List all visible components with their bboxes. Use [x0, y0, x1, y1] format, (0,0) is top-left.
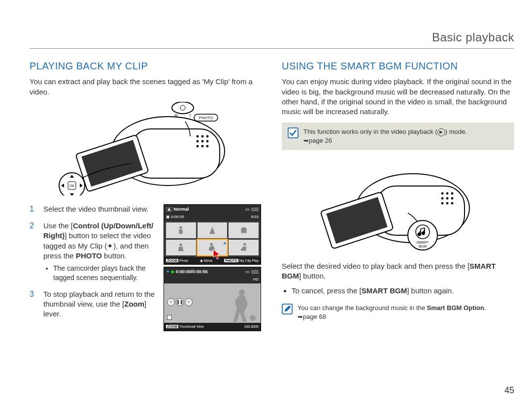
thumb-2 [198, 222, 228, 238]
section-heading-right: USING THE SMART BGM FUNCTION [282, 60, 514, 73]
photo-tag: PHOTO [224, 259, 238, 262]
cursor-pointer-icon [212, 250, 223, 260]
svg-point-7 [206, 140, 208, 142]
step-text: Select the video thumbnail view. [43, 204, 159, 214]
svg-point-46 [451, 202, 453, 204]
svg-point-2 [197, 135, 199, 137]
intro-right: You can enjoy music during video playbac… [282, 77, 514, 117]
zoom-tag: ZOOM [166, 259, 178, 262]
thumb-1 [166, 222, 196, 238]
play-time: 0:00:00/0:00:55 [176, 269, 208, 274]
note-bgm-option: You can change the background music in t… [282, 302, 514, 323]
svg-rect-35 [288, 128, 298, 138]
screenshot-playback: ✦ ▶ 0:00:00/0:00:55 ▭ ▯▯▯ HD « ❚❚ » [164, 267, 261, 331]
svg-point-33 [239, 289, 245, 295]
svg-marker-28 [209, 226, 215, 234]
pencil-note-icon [282, 304, 293, 314]
svg-point-6 [201, 140, 203, 142]
svg-point-40 [451, 192, 453, 194]
right-column: USING THE SMART BGM FUNCTION You can enj… [282, 60, 514, 333]
intro-left: You can extract and play back the scenes… [30, 77, 262, 97]
thumb-6 [229, 240, 259, 255]
my-clip-play-icon: ✦ [166, 269, 170, 274]
thumb-4 [166, 240, 196, 255]
sub-cancel: To cancel, press the [SMART BGM] button … [292, 286, 514, 296]
step-1: 1 Select the video thumbnail view. [30, 204, 159, 214]
svg-point-34 [250, 315, 256, 321]
thumb-5-selected: ✦ [198, 240, 228, 255]
svg-point-30 [210, 243, 213, 246]
svg-point-26 [180, 226, 183, 229]
svg-point-45 [446, 202, 448, 204]
svg-text:OK: OK [69, 184, 74, 187]
bar-myclip: My Clip Play [239, 259, 259, 262]
left-column: PLAYING BACK MY CLIP You can extract and… [30, 60, 262, 333]
svg-point-3 [201, 135, 203, 137]
elapsed-time: 0:00:55 [171, 215, 184, 219]
check-note-icon [288, 127, 299, 138]
clip-counter: 5/10 [251, 215, 259, 220]
svg-rect-48 [326, 197, 387, 244]
zoom-tag-2: ZOOM [166, 325, 178, 328]
svg-point-38 [441, 192, 443, 194]
step-text: Use the [Control (Up/Down/Left/ Right)] … [43, 221, 159, 282]
svg-point-10 [206, 145, 208, 147]
svg-point-14 [180, 105, 185, 110]
play-icon: ▶ [171, 269, 175, 274]
svg-text:W: W [174, 114, 178, 117]
forward-icon: » [185, 298, 193, 306]
file-number: 100-0005 [244, 324, 259, 329]
svg-rect-27 [179, 229, 183, 234]
battery-icon: ▭ ▯▯▯ [245, 206, 259, 212]
svg-point-5 [197, 140, 199, 142]
video-playback-mode-icon: ▶ [437, 128, 445, 136]
bar-move: Move [204, 259, 212, 262]
svg-point-32 [243, 243, 246, 246]
svg-point-8 [197, 145, 199, 147]
page-number: 45 [504, 384, 514, 396]
page-ref: ➥page 68 [298, 313, 326, 320]
section-heading-left: PLAYING BACK MY CLIP [30, 60, 262, 73]
svg-point-9 [201, 145, 203, 147]
note-text: You can change the background music in t… [298, 304, 486, 321]
step-num: 3 [30, 289, 36, 319]
screenshot-thumbnail-view: ▣ Normal ▭ ▯▯▯ ▣ 0:00:55 5/10 [164, 204, 261, 265]
soccer-player-icon [228, 288, 258, 323]
note-text: This function works only in the video pl… [303, 127, 467, 145]
video-mode-icon: ▣ [166, 207, 172, 212]
screenshot-stack: ▣ Normal ▭ ▯▯▯ ▣ 0:00:55 5/10 [164, 204, 262, 333]
svg-marker-31 [213, 250, 220, 259]
thumb-3 [229, 222, 259, 238]
pause-icon: ❚❚ [176, 298, 184, 306]
battery-icon-2: ▭ ▯▯▯ [245, 269, 259, 275]
svg-text:T: T [189, 114, 192, 117]
svg-point-4 [206, 135, 208, 137]
step-sub: The camcorder plays back the tagged scen… [53, 264, 159, 282]
svg-text:SMART: SMART [417, 241, 429, 244]
bar-thumbnail: Thumbnail View [179, 325, 204, 328]
step-num: 1 [30, 204, 36, 214]
svg-point-42 [446, 197, 448, 199]
mode-label: Normal [174, 207, 189, 212]
note-mode-restriction: This function works only in the video pl… [282, 123, 514, 150]
svg-text:PHOTO: PHOTO [199, 116, 213, 120]
svg-point-44 [441, 202, 443, 204]
step-text: To stop playback and return to the thumb… [43, 289, 159, 319]
svg-point-39 [446, 192, 448, 194]
step-3: 3 To stop playback and return to the thu… [30, 289, 159, 319]
step-num: 2 [30, 221, 36, 282]
my-clip-tag-icon: ✦ [223, 240, 227, 247]
svg-point-29 [180, 244, 183, 247]
hd-badge: HD [253, 277, 259, 282]
svg-rect-12 [81, 140, 142, 187]
body-right: Select the desired video to play back an… [282, 261, 514, 281]
playback-controls: « ❚❚ » [167, 298, 193, 306]
step-2: 2 Use the [Control (Up/Down/Left/ Right)… [30, 221, 159, 282]
camcorder-illustration-right: SMART BGM [282, 159, 514, 252]
rewind-icon: « [167, 298, 175, 306]
chapter-title: Basic playback [30, 30, 514, 49]
my-clip-star-icon: ✦ [107, 242, 113, 250]
camcorder-illustration-left: PHOTO W T OK [30, 102, 262, 195]
bar-photo: Photo [179, 259, 188, 262]
stop-icon [167, 315, 172, 320]
